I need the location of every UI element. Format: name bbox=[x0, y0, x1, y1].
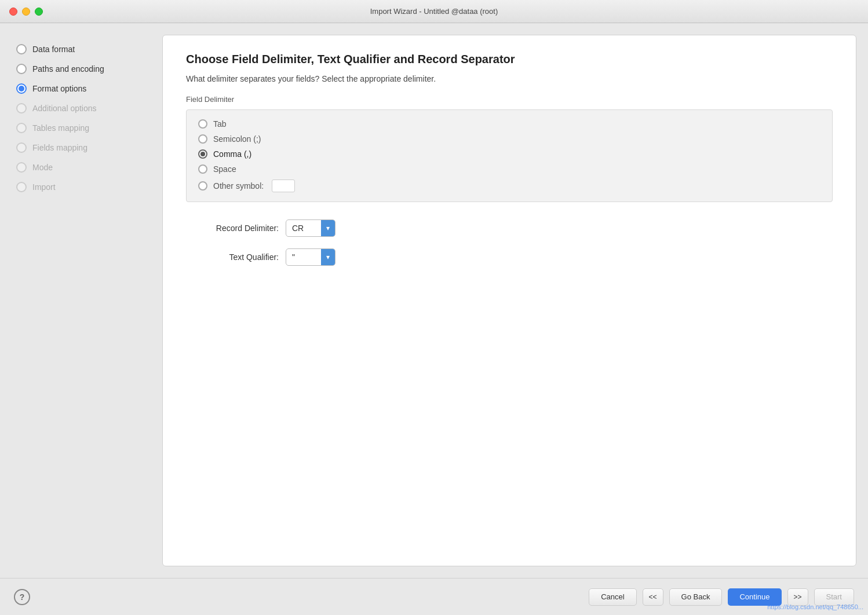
window-controls[interactable] bbox=[9, 8, 43, 16]
maximize-button[interactable] bbox=[35, 8, 43, 16]
radio-other[interactable] bbox=[198, 181, 207, 191]
sidebar-item-format-options[interactable]: Format options bbox=[12, 80, 162, 97]
titlebar: Import Wizard - Untitled @dataa (root) bbox=[0, 0, 868, 23]
sidebar-radio-additional-options bbox=[16, 103, 27, 114]
chevron-down-icon-2: ▾ bbox=[326, 254, 330, 261]
other-symbol-input[interactable] bbox=[272, 180, 295, 192]
label-semicolon: Semicolon (;) bbox=[213, 134, 261, 144]
sidebar-label-paths-encoding: Paths and encoding bbox=[32, 64, 104, 74]
text-qualifier-label: Text Qualifier: bbox=[186, 252, 279, 262]
window-title: Import Wizard - Untitled @dataa (root) bbox=[370, 7, 498, 16]
watermark: https://blog.csdn.net/qq_748650... bbox=[767, 603, 863, 610]
record-delimiter-value: CR bbox=[286, 224, 321, 233]
record-delimiter-row: Record Delimiter: CR ▾ bbox=[186, 219, 833, 237]
main-layout: Data format Paths and encoding Format op… bbox=[0, 23, 868, 578]
sidebar-item-import[interactable]: Import bbox=[12, 178, 162, 196]
sidebar-label-data-format: Data format bbox=[32, 45, 75, 54]
panel-subtitle: What delimiter separates your fields? Se… bbox=[186, 74, 833, 83]
continue-button[interactable]: Continue bbox=[728, 588, 781, 606]
label-comma: Comma (,) bbox=[213, 149, 251, 159]
radio-space[interactable] bbox=[198, 164, 207, 174]
cancel-button[interactable]: Cancel bbox=[589, 588, 636, 606]
minimize-button[interactable] bbox=[22, 8, 30, 16]
sidebar-radio-format-options bbox=[16, 83, 27, 94]
bottom-bar: ? Cancel << Go Back Continue >> Start bbox=[0, 578, 868, 615]
sidebar-radio-fields-mapping bbox=[16, 142, 27, 153]
nav-prev-button[interactable]: << bbox=[643, 588, 663, 606]
close-button[interactable] bbox=[9, 8, 17, 16]
radio-semicolon[interactable] bbox=[198, 134, 207, 144]
sidebar-radio-tables-mapping bbox=[16, 123, 27, 133]
label-space: Space bbox=[213, 164, 236, 174]
delimiter-option-comma[interactable]: Comma (,) bbox=[198, 149, 820, 159]
sidebar-radio-import bbox=[16, 182, 27, 192]
delimiter-box: Tab Semicolon (;) Comma (,) Space Other … bbox=[186, 109, 833, 202]
sidebar-label-mode: Mode bbox=[32, 163, 53, 172]
delimiter-option-other[interactable]: Other symbol: bbox=[198, 180, 820, 192]
panel-title: Choose Field Delimiter, Text Qualifier a… bbox=[186, 53, 833, 66]
sidebar-item-tables-mapping[interactable]: Tables mapping bbox=[12, 119, 162, 137]
sidebar-label-import: Import bbox=[32, 182, 56, 192]
text-qualifier-row: Text Qualifier: " ▾ bbox=[186, 248, 833, 266]
go-back-button[interactable]: Go Back bbox=[669, 588, 723, 606]
text-qualifier-value: " bbox=[286, 252, 321, 262]
sidebar-label-additional-options: Additional options bbox=[32, 104, 97, 113]
record-delimiter-label: Record Delimiter: bbox=[186, 224, 279, 233]
radio-comma[interactable] bbox=[198, 149, 207, 159]
sidebar-label-fields-mapping: Fields mapping bbox=[32, 143, 87, 152]
sidebar-item-additional-options[interactable]: Additional options bbox=[12, 100, 162, 117]
help-button[interactable]: ? bbox=[14, 589, 30, 605]
text-qualifier-arrow[interactable]: ▾ bbox=[321, 249, 335, 265]
sidebar-radio-paths-encoding bbox=[16, 64, 27, 74]
label-tab: Tab bbox=[213, 119, 227, 129]
sidebar-label-tables-mapping: Tables mapping bbox=[32, 123, 89, 133]
record-delimiter-arrow[interactable]: ▾ bbox=[321, 220, 335, 236]
sidebar-item-paths-encoding[interactable]: Paths and encoding bbox=[12, 60, 162, 78]
content-panel: Choose Field Delimiter, Text Qualifier a… bbox=[162, 35, 856, 566]
sidebar-label-format-options: Format options bbox=[32, 84, 86, 93]
delimiter-option-tab[interactable]: Tab bbox=[198, 119, 820, 129]
sidebar-radio-data-format bbox=[16, 44, 27, 54]
label-other: Other symbol: bbox=[213, 181, 264, 191]
delimiter-option-space[interactable]: Space bbox=[198, 164, 820, 174]
record-delimiter-select[interactable]: CR ▾ bbox=[286, 219, 335, 237]
start-button: Start bbox=[814, 588, 854, 606]
sidebar-item-mode[interactable]: Mode bbox=[12, 159, 162, 176]
field-delimiter-label: Field Delimiter bbox=[186, 95, 833, 104]
delimiter-option-semicolon[interactable]: Semicolon (;) bbox=[198, 134, 820, 144]
sidebar-item-fields-mapping[interactable]: Fields mapping bbox=[12, 139, 162, 156]
nav-next-button[interactable]: >> bbox=[787, 588, 808, 606]
sidebar-item-data-format[interactable]: Data format bbox=[12, 41, 162, 58]
chevron-down-icon: ▾ bbox=[326, 225, 330, 232]
radio-tab[interactable] bbox=[198, 119, 207, 129]
sidebar: Data format Paths and encoding Format op… bbox=[12, 35, 162, 566]
text-qualifier-select[interactable]: " ▾ bbox=[286, 248, 335, 266]
sidebar-radio-mode bbox=[16, 162, 27, 173]
